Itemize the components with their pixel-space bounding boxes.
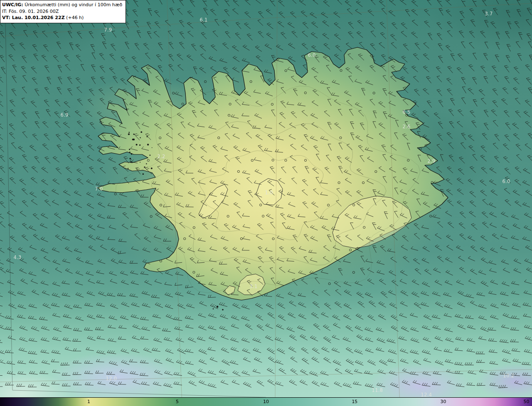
colorbar-tick-label: 30 [441, 399, 446, 404]
colorbar-tick-label: 15 [352, 399, 357, 404]
valid-time-line: VT: Lau. 10.01.2026 22Z (+46 h) [2, 15, 122, 21]
map-title-box: UWC/IG: Úrkomumætti (mm) og vindur í 100… [0, 0, 126, 23]
init-time: IT: Fös. 09. 01. 2026 00Z [2, 8, 122, 15]
colorbar-tick-label: 5 [176, 399, 179, 404]
valid-time: VT: Lau. 10.01.2026 22Z [2, 15, 65, 20]
colorbar-ticks: 1510153050 [0, 398, 532, 406]
valid-offset: (+46 h) [65, 15, 84, 20]
model-name: UWC/IG: [2, 2, 23, 7]
colorbar-tick-label: 50 [524, 399, 530, 404]
weather-map: 6.13.77.96.06.96.52.62.96.02.27.01.04.33… [0, 0, 532, 406]
colorbar: 1510153050 [0, 397, 532, 406]
colorbar-tick-label: 1 [87, 399, 90, 404]
map-title: Úrkomumætti (mm) og vindur í 100m hæð [23, 2, 123, 7]
title-line: UWC/IG: Úrkomumætti (mm) og vindur í 100… [2, 2, 122, 8]
colorbar-tick-label: 10 [263, 399, 269, 404]
wind-barbs-layer [0, 0, 532, 406]
